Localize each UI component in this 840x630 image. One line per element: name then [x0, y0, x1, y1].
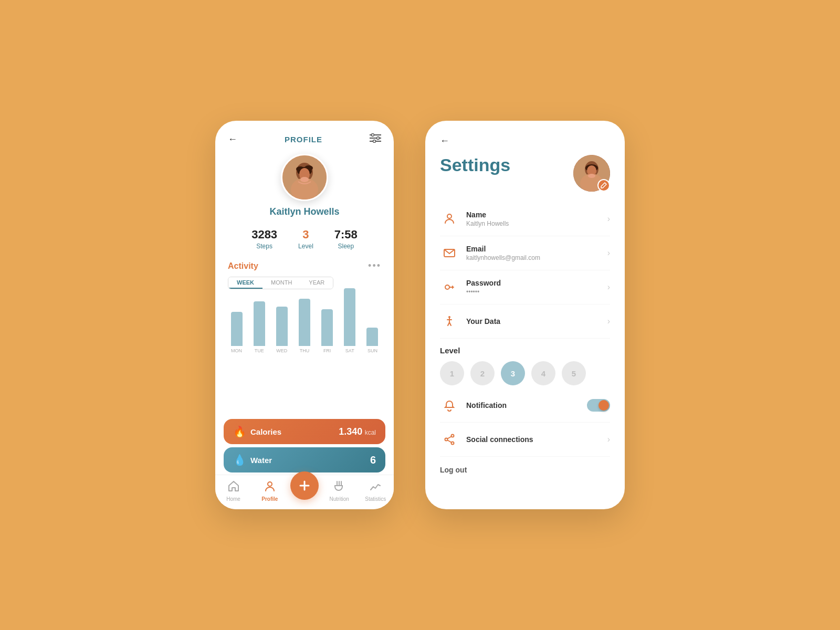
activity-title: Activity	[228, 261, 258, 271]
settings-avatar	[573, 155, 610, 192]
level-section: Level 12345	[440, 339, 610, 388]
tab-year[interactable]: YEAR	[300, 277, 333, 289]
edit-avatar-button[interactable]	[597, 179, 610, 192]
share-icon	[440, 430, 459, 449]
svg-line-37	[448, 440, 452, 443]
calories-value: 1.340	[339, 426, 362, 437]
settings-back-button[interactable]: ←	[440, 135, 449, 146]
profile-phone: ← PROFILE	[215, 121, 394, 509]
calories-label: Calories	[250, 427, 281, 436]
svg-point-16	[268, 482, 272, 486]
more-options-icon[interactable]: •••	[368, 260, 381, 271]
svg-point-4	[376, 137, 379, 140]
stat-steps: 3283 Steps	[251, 228, 277, 250]
name-title: Name	[466, 211, 607, 219]
svg-point-25	[447, 214, 452, 218]
period-tabs: WEEK MONTH YEAR	[228, 277, 333, 289]
nav-statistics[interactable]: Statistics	[360, 480, 391, 502]
bottom-nav: Home Profile Nutr	[215, 475, 394, 509]
name-text: Name Kaitlyn Howells	[466, 211, 607, 227]
logout-item[interactable]: Log out	[440, 457, 610, 475]
social-chevron: ›	[607, 435, 610, 444]
settings-phone: ← Settings	[425, 121, 625, 509]
social-title: Social connections	[466, 435, 607, 444]
stat-level: 3 Level	[298, 228, 313, 250]
settings-social-item[interactable]: Social connections ›	[440, 423, 610, 457]
svg-point-24	[588, 174, 595, 178]
stats-row: 3283 Steps 3 Level 7:58 Sleep	[215, 224, 394, 256]
water-icon: 💧	[233, 454, 246, 466]
svg-line-32	[449, 322, 451, 326]
settings-header: ←	[440, 135, 610, 146]
level-value: 3	[302, 228, 309, 242]
fab-add-button[interactable]	[290, 471, 319, 500]
steps-value: 3283	[251, 228, 277, 242]
settings-password-item[interactable]: Password •••••• ›	[440, 270, 610, 304]
nav-nutrition[interactable]: Nutrition	[323, 480, 355, 502]
tab-month[interactable]: MONTH	[262, 277, 300, 289]
bell-icon	[440, 396, 459, 415]
calories-card: 🔥 Calories 1.340 kcal	[224, 419, 385, 444]
level-circle-4[interactable]: 4	[531, 361, 555, 385]
settings-title: Settings	[440, 155, 510, 175]
settings-data-item[interactable]: Your Data ›	[440, 304, 610, 339]
avatar-section: Kaitlyn Howells	[215, 150, 394, 224]
notification-title: Notification	[466, 401, 587, 410]
flame-icon: 🔥	[233, 425, 246, 438]
level-section-title: Level	[440, 346, 610, 355]
data-title: Your Data	[466, 317, 607, 326]
bar-group-fri: FRI	[319, 309, 336, 353]
stat-sleep: 7:58 Sleep	[334, 228, 358, 250]
bar-label: MON	[231, 348, 242, 353]
level-circle-5[interactable]: 5	[562, 361, 586, 385]
key-icon	[440, 278, 459, 297]
home-icon	[228, 480, 239, 495]
bar-group-sun: SUN	[364, 328, 381, 353]
svg-point-28	[448, 316, 450, 318]
nav-profile[interactable]: Profile	[254, 480, 286, 502]
tab-week[interactable]: WEEK	[228, 277, 262, 289]
email-value: kaitlynhowells@gmail.com	[466, 254, 607, 261]
notification-toggle[interactable]	[587, 399, 610, 412]
svg-point-27	[445, 285, 449, 289]
bar-label: SAT	[345, 348, 354, 353]
notification-text: Notification	[466, 401, 587, 410]
activity-chart: MONTUEWEDTHUFRISATSUN	[228, 296, 381, 364]
activity-section: Activity ••• WEEK MONTH YEAR MONTUEWEDTH…	[215, 256, 394, 419]
settings-email-item[interactable]: Email kaitlynhowells@gmail.com ›	[440, 236, 610, 270]
settings-top: Settings	[440, 155, 610, 192]
bar-group-tue: TUE	[250, 301, 268, 353]
chart-bar	[344, 288, 355, 346]
chart-bar	[366, 328, 378, 346]
chart-bar	[254, 301, 265, 346]
svg-point-35	[452, 442, 454, 445]
svg-point-5	[373, 140, 375, 143]
svg-point-34	[445, 438, 448, 441]
back-button[interactable]: ←	[228, 134, 237, 145]
level-circle-2[interactable]: 2	[470, 361, 495, 385]
password-title: Password	[466, 279, 607, 287]
calories-unit: kcal	[365, 429, 376, 436]
svg-point-14	[296, 184, 301, 187]
notification-item: Notification	[440, 388, 610, 423]
nav-home[interactable]: Home	[218, 480, 249, 502]
water-info: 💧 Water	[233, 454, 272, 466]
level-circle-3[interactable]: 3	[501, 361, 525, 385]
bar-group-sat: SAT	[341, 288, 359, 353]
social-text: Social connections	[466, 435, 607, 444]
filter-icon[interactable]	[370, 133, 381, 145]
level-circle-1[interactable]: 1	[440, 361, 464, 385]
water-label: Water	[250, 456, 272, 465]
nutrition-icon	[333, 480, 345, 495]
data-text: Your Data	[466, 317, 607, 326]
profile-header: ← PROFILE	[215, 121, 394, 150]
settings-name-item[interactable]: Name Kaitlyn Howells ›	[440, 202, 610, 236]
chart-bar	[276, 307, 288, 346]
svg-point-33	[452, 435, 454, 437]
bar-label: TUE	[255, 348, 264, 353]
nutrition-label: Nutrition	[330, 496, 349, 502]
bar-group-wed: WED	[273, 307, 290, 353]
toggle-track	[587, 399, 610, 412]
svg-line-36	[448, 437, 452, 439]
profile-nav-label: Profile	[261, 496, 278, 502]
